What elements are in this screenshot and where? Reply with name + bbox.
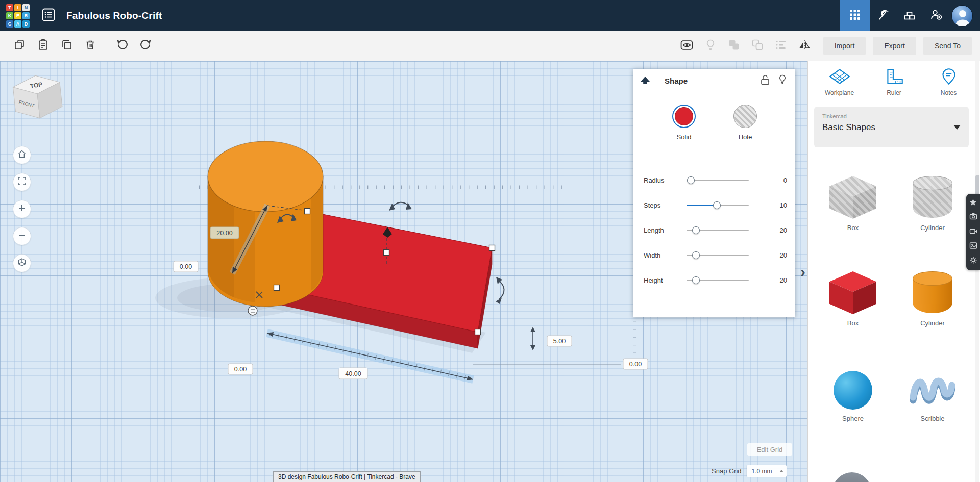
dimension-label-pos-right[interactable]: 0.00 (623, 359, 648, 369)
inspector-header: Shape (633, 69, 795, 93)
undo-button[interactable] (110, 34, 134, 58)
paste-button[interactable] (32, 34, 55, 58)
dimension-label-pos-left[interactable]: 0.00 (174, 261, 198, 272)
star-icon[interactable] (969, 198, 977, 208)
snap-grid-label: Snap Grid (712, 467, 742, 475)
inspector-title: Shape (665, 77, 688, 85)
snap-grid-select[interactable]: 1.0 mm (747, 465, 787, 477)
logo-tile: K (6, 12, 13, 19)
shape-item-sphere[interactable]: Sphere (813, 361, 893, 422)
notes-tool[interactable]: Notes (921, 67, 976, 96)
shape-item-scribble[interactable]: Scribble (893, 361, 972, 422)
invite-button[interactable] (923, 0, 949, 31)
logo-tile: I (14, 4, 21, 11)
duplicate-button[interactable] (55, 34, 79, 58)
main-menu-button[interactable] (39, 6, 58, 26)
fit-view-button[interactable] (13, 173, 31, 191)
shape-gallery: Box Cylinder Box (808, 147, 980, 422)
shape-item-partial[interactable] (832, 472, 871, 482)
minus-icon (18, 231, 26, 241)
avatar[interactable] (951, 5, 973, 27)
light-toggle-button[interactable] (699, 34, 722, 58)
collapse-sidebar-chevron[interactable]: › (800, 264, 805, 280)
brick-export-button[interactable] (896, 0, 923, 31)
delete-button[interactable] (79, 34, 102, 58)
notes-label: Notes (921, 89, 976, 96)
solid-option[interactable]: Solid (660, 105, 707, 141)
workplane-tool[interactable]: Workplane (812, 67, 867, 96)
rotate-handle-top[interactable] (389, 202, 412, 211)
solid-swatch (672, 105, 696, 128)
radius-slider[interactable] (687, 176, 749, 185)
camera-icon[interactable] (969, 212, 977, 222)
view-cube[interactable]: TOP FRONT (8, 71, 68, 126)
edit-toolbar: Import Export Send To (0, 31, 980, 61)
shape-item-cylinder[interactable]: Cylinder (893, 265, 972, 327)
sphere-icon (834, 371, 872, 410)
shape-label: Box (847, 224, 859, 232)
home-view-button[interactable] (13, 146, 31, 164)
chevron-down-icon (953, 125, 961, 130)
shape-library-dropdown[interactable]: Tinkercad Basic Shapes (814, 107, 969, 147)
logo-tile: E (14, 12, 21, 19)
solid-label: Solid (660, 133, 707, 141)
dashboard-button[interactable] (840, 0, 870, 31)
edit-grid-button[interactable]: Edit Grid (747, 443, 792, 456)
image-icon[interactable] (969, 241, 977, 251)
rotate-handle-right[interactable] (496, 277, 504, 304)
perspective-cube-icon (17, 258, 27, 269)
gear-icon[interactable] (969, 256, 977, 266)
perspective-toggle-button[interactable] (13, 254, 31, 272)
fit-view-icon (17, 176, 27, 188)
redo-button[interactable] (134, 34, 157, 58)
lightbulb-icon[interactable] (778, 74, 787, 87)
shape-item-hole-box[interactable]: Box (813, 170, 893, 232)
minecraft-export-button[interactable] (870, 0, 896, 31)
bricks-icon (903, 8, 916, 23)
lock-icon[interactable] (761, 74, 770, 87)
video-icon[interactable] (969, 227, 977, 237)
dimension-label-pos-bottom[interactable]: 0.00 (228, 364, 253, 374)
lightbulb-icon (704, 38, 717, 54)
list-menu-icon (41, 8, 56, 24)
import-button[interactable]: Import (823, 37, 866, 55)
logo-tile: T (6, 4, 13, 11)
hole-option[interactable]: Hole (722, 105, 769, 141)
width-slider[interactable] (687, 251, 749, 260)
ruler-label: Ruler (867, 89, 921, 96)
collapse-panel-button[interactable] (633, 69, 657, 93)
dimension-label-gap[interactable]: 5.00 (547, 336, 572, 346)
scribble-icon (907, 366, 958, 410)
ungroup-button[interactable] (746, 34, 769, 58)
mirror-button[interactable] (793, 34, 816, 58)
notes-pin-icon (938, 79, 960, 87)
export-button[interactable]: Export (873, 37, 916, 55)
height-slider[interactable] (687, 276, 749, 285)
shape-item-box[interactable]: Box (813, 265, 893, 327)
steps-slider[interactable] (687, 201, 749, 210)
dimension-label-length[interactable]: 40.00 (339, 368, 368, 379)
show-hide-button[interactable] (675, 34, 699, 58)
length-slider[interactable] (687, 226, 749, 235)
send-to-button[interactable]: Send To (923, 37, 972, 55)
group-button[interactable] (722, 34, 746, 58)
copy-button[interactable] (8, 34, 32, 58)
design-canvas[interactable]: 20.00 0.00 0.00 40.00 5.00 (0, 61, 807, 482)
view-nav-controls (13, 146, 31, 272)
shape-item-hole-cylinder[interactable]: Cylinder (893, 170, 972, 232)
fill-options: Solid Hole (633, 93, 795, 166)
sidebar-tools: Workplane Ruler (808, 61, 980, 100)
ruler-tool[interactable]: Ruler (867, 67, 921, 96)
orange-cylinder-icon (912, 270, 953, 314)
design-title[interactable]: Fabulous Robo-Crift (66, 10, 162, 21)
slider-row-steps: Steps 10 (633, 193, 795, 218)
ruler-options-icon[interactable] (248, 306, 257, 315)
tinkercad-logo[interactable]: T I N K E R C A D (6, 4, 30, 28)
sidebar-scrollbar-track[interactable] (975, 61, 979, 482)
align-button[interactable] (769, 34, 793, 58)
zoom-out-button[interactable] (13, 227, 31, 245)
logo-tile: C (6, 20, 13, 28)
orange-cylinder-shape[interactable] (208, 141, 323, 307)
dimension-label-width[interactable]: 20.00 (210, 227, 239, 239)
zoom-in-button[interactable] (13, 200, 31, 218)
